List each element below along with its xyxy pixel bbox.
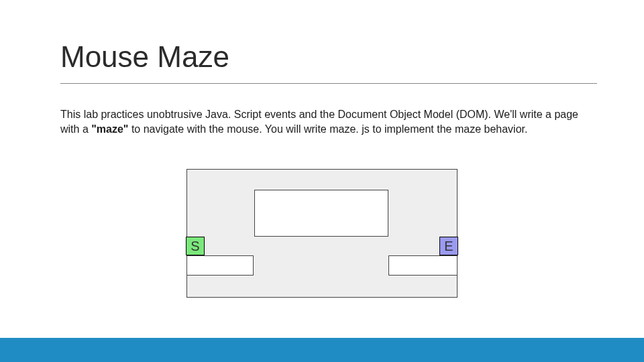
maze-start-tile[interactable]: S (186, 237, 205, 255)
slide-title: Mouse Maze (60, 40, 229, 74)
maze-end-tile[interactable]: E (439, 237, 458, 255)
maze-wall (388, 255, 458, 276)
maze-wall (186, 255, 254, 276)
maze-figure: S E (0, 169, 644, 298)
footer-bar (0, 338, 644, 362)
maze-canvas[interactable]: S E (186, 169, 458, 298)
body-bold: "maze" (91, 123, 128, 135)
body-text: This lab practices unobtrusive Java. Scr… (60, 107, 584, 136)
maze-wall (254, 190, 388, 237)
title-underline (60, 83, 597, 84)
body-post: to navigate with the mouse. You will wri… (128, 123, 527, 135)
